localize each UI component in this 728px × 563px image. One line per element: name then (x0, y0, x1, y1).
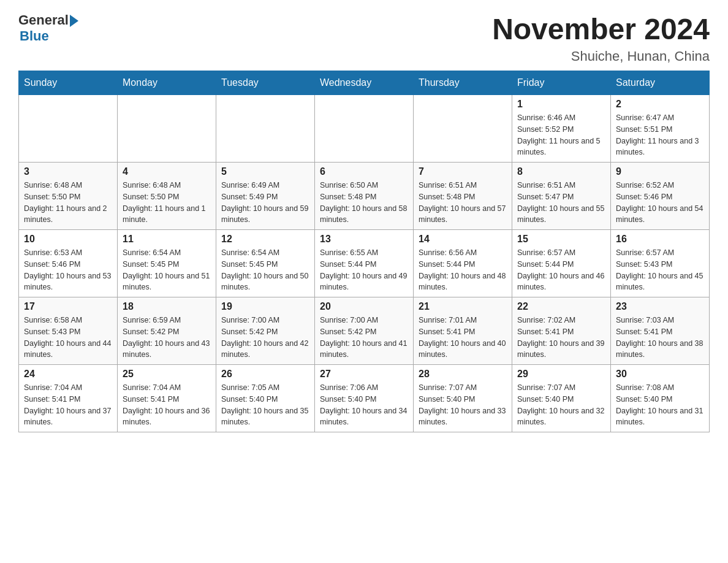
calendar-cell: 9Sunrise: 6:52 AMSunset: 5:46 PMDaylight… (611, 163, 710, 230)
day-number: 21 (419, 301, 507, 312)
calendar-cell (118, 95, 216, 163)
calendar-cell: 13Sunrise: 6:55 AMSunset: 5:44 PMDayligh… (315, 230, 414, 297)
day-info: Sunrise: 6:51 AMSunset: 5:48 PMDaylight:… (419, 180, 507, 226)
day-info: Sunrise: 7:02 AMSunset: 5:41 PMDaylight:… (517, 315, 605, 361)
calendar-cell: 22Sunrise: 7:02 AMSunset: 5:41 PMDayligh… (512, 297, 611, 365)
day-number: 5 (221, 166, 309, 177)
calendar-cell (216, 95, 315, 163)
logo: General Blue (18, 12, 78, 44)
day-info: Sunrise: 6:57 AMSunset: 5:44 PMDaylight:… (517, 247, 605, 293)
day-info: Sunrise: 6:49 AMSunset: 5:49 PMDaylight:… (221, 180, 309, 226)
weekday-header-friday: Friday (512, 71, 611, 95)
weekday-header-thursday: Thursday (414, 71, 512, 95)
day-number: 10 (24, 234, 112, 245)
day-info: Sunrise: 6:53 AMSunset: 5:46 PMDaylight:… (24, 247, 112, 293)
day-info: Sunrise: 7:03 AMSunset: 5:41 PMDaylight:… (616, 315, 704, 361)
day-info: Sunrise: 7:00 AMSunset: 5:42 PMDaylight:… (320, 315, 408, 361)
calendar-cell: 29Sunrise: 7:07 AMSunset: 5:40 PMDayligh… (512, 365, 611, 432)
day-number: 19 (221, 301, 309, 312)
logo-general-text: General (18, 12, 69, 28)
calendar-cell: 28Sunrise: 7:07 AMSunset: 5:40 PMDayligh… (414, 365, 512, 432)
day-number: 25 (123, 369, 211, 380)
day-number: 22 (517, 301, 605, 312)
day-number: 28 (419, 369, 507, 380)
calendar-cell: 24Sunrise: 7:04 AMSunset: 5:41 PMDayligh… (19, 365, 118, 432)
calendar-cell: 4Sunrise: 6:48 AMSunset: 5:50 PMDaylight… (118, 163, 216, 230)
day-number: 26 (221, 369, 309, 380)
day-number: 6 (320, 166, 408, 177)
calendar-cell (315, 95, 414, 163)
calendar-cell: 2Sunrise: 6:47 AMSunset: 5:51 PMDaylight… (611, 95, 710, 163)
calendar-cell: 1Sunrise: 6:46 AMSunset: 5:52 PMDaylight… (512, 95, 611, 163)
day-info: Sunrise: 6:55 AMSunset: 5:44 PMDaylight:… (320, 247, 408, 293)
title-area: November 2024 Shuiche, Hunan, China (492, 12, 710, 64)
calendar-week-row: 1Sunrise: 6:46 AMSunset: 5:52 PMDaylight… (19, 95, 710, 163)
day-number: 29 (517, 369, 605, 380)
weekday-header-row: SundayMondayTuesdayWednesdayThursdayFrid… (19, 71, 710, 95)
day-info: Sunrise: 7:00 AMSunset: 5:42 PMDaylight:… (221, 315, 309, 361)
day-number: 24 (24, 369, 112, 380)
calendar-cell: 6Sunrise: 6:50 AMSunset: 5:48 PMDaylight… (315, 163, 414, 230)
day-info: Sunrise: 7:04 AMSunset: 5:41 PMDaylight:… (24, 382, 112, 428)
calendar-cell: 18Sunrise: 6:59 AMSunset: 5:42 PMDayligh… (118, 297, 216, 365)
calendar-cell: 25Sunrise: 7:04 AMSunset: 5:41 PMDayligh… (118, 365, 216, 432)
calendar-cell: 14Sunrise: 6:56 AMSunset: 5:44 PMDayligh… (414, 230, 512, 297)
day-number: 27 (320, 369, 408, 380)
calendar-table: SundayMondayTuesdayWednesdayThursdayFrid… (18, 71, 710, 432)
day-info: Sunrise: 6:59 AMSunset: 5:42 PMDaylight:… (123, 315, 211, 361)
day-info: Sunrise: 7:07 AMSunset: 5:40 PMDaylight:… (419, 382, 507, 428)
day-info: Sunrise: 7:08 AMSunset: 5:40 PMDaylight:… (616, 382, 704, 428)
day-info: Sunrise: 6:52 AMSunset: 5:46 PMDaylight:… (616, 180, 704, 226)
day-number: 3 (24, 166, 112, 177)
day-info: Sunrise: 6:50 AMSunset: 5:48 PMDaylight:… (320, 180, 408, 226)
day-number: 20 (320, 301, 408, 312)
day-number: 23 (616, 301, 704, 312)
calendar-cell: 10Sunrise: 6:53 AMSunset: 5:46 PMDayligh… (19, 230, 118, 297)
day-number: 1 (517, 99, 605, 110)
day-info: Sunrise: 7:01 AMSunset: 5:41 PMDaylight:… (419, 315, 507, 361)
calendar-cell: 21Sunrise: 7:01 AMSunset: 5:41 PMDayligh… (414, 297, 512, 365)
calendar-week-row: 17Sunrise: 6:58 AMSunset: 5:43 PMDayligh… (19, 297, 710, 365)
day-info: Sunrise: 6:57 AMSunset: 5:43 PMDaylight:… (616, 247, 704, 293)
calendar-cell (19, 95, 118, 163)
calendar-cell: 17Sunrise: 6:58 AMSunset: 5:43 PMDayligh… (19, 297, 118, 365)
logo-blue-text: Blue (20, 28, 78, 44)
calendar-cell: 20Sunrise: 7:00 AMSunset: 5:42 PMDayligh… (315, 297, 414, 365)
day-number: 13 (320, 234, 408, 245)
weekday-header-wednesday: Wednesday (315, 71, 414, 95)
calendar-cell: 26Sunrise: 7:05 AMSunset: 5:40 PMDayligh… (216, 365, 315, 432)
weekday-header-monday: Monday (118, 71, 216, 95)
calendar-cell: 8Sunrise: 6:51 AMSunset: 5:47 PMDaylight… (512, 163, 611, 230)
day-info: Sunrise: 7:07 AMSunset: 5:40 PMDaylight:… (517, 382, 605, 428)
day-number: 16 (616, 234, 704, 245)
day-info: Sunrise: 6:46 AMSunset: 5:52 PMDaylight:… (517, 112, 605, 158)
calendar-cell: 23Sunrise: 7:03 AMSunset: 5:41 PMDayligh… (611, 297, 710, 365)
day-number: 30 (616, 369, 704, 380)
calendar-cell: 19Sunrise: 7:00 AMSunset: 5:42 PMDayligh… (216, 297, 315, 365)
day-number: 12 (221, 234, 309, 245)
day-number: 4 (123, 166, 211, 177)
day-number: 7 (419, 166, 507, 177)
page-header: General Blue November 2024 Shuiche, Huna… (18, 12, 710, 64)
calendar-cell: 7Sunrise: 6:51 AMSunset: 5:48 PMDaylight… (414, 163, 512, 230)
day-info: Sunrise: 6:51 AMSunset: 5:47 PMDaylight:… (517, 180, 605, 226)
calendar-cell: 15Sunrise: 6:57 AMSunset: 5:44 PMDayligh… (512, 230, 611, 297)
day-info: Sunrise: 6:48 AMSunset: 5:50 PMDaylight:… (24, 180, 112, 226)
month-title: November 2024 (492, 12, 710, 46)
day-info: Sunrise: 7:04 AMSunset: 5:41 PMDaylight:… (123, 382, 211, 428)
calendar-week-row: 3Sunrise: 6:48 AMSunset: 5:50 PMDaylight… (19, 163, 710, 230)
logo-arrow-icon (70, 15, 78, 27)
day-number: 18 (123, 301, 211, 312)
day-number: 8 (517, 166, 605, 177)
calendar-cell (414, 95, 512, 163)
day-info: Sunrise: 7:06 AMSunset: 5:40 PMDaylight:… (320, 382, 408, 428)
calendar-cell: 5Sunrise: 6:49 AMSunset: 5:49 PMDaylight… (216, 163, 315, 230)
calendar-cell: 12Sunrise: 6:54 AMSunset: 5:45 PMDayligh… (216, 230, 315, 297)
day-info: Sunrise: 6:54 AMSunset: 5:45 PMDaylight:… (221, 247, 309, 293)
day-info: Sunrise: 6:54 AMSunset: 5:45 PMDaylight:… (123, 247, 211, 293)
day-number: 9 (616, 166, 704, 177)
day-info: Sunrise: 6:58 AMSunset: 5:43 PMDaylight:… (24, 315, 112, 361)
calendar-cell: 16Sunrise: 6:57 AMSunset: 5:43 PMDayligh… (611, 230, 710, 297)
weekday-header-saturday: Saturday (611, 71, 710, 95)
day-number: 11 (123, 234, 211, 245)
